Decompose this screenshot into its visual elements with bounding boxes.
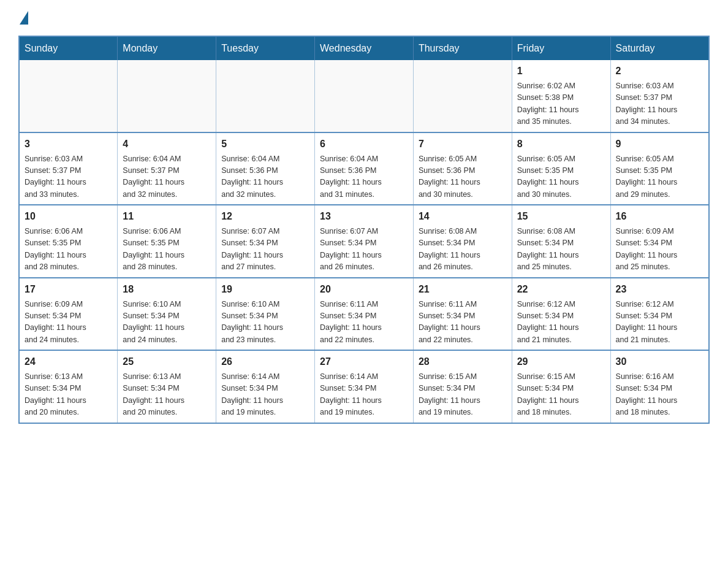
day-number: 21 xyxy=(419,282,507,297)
calendar-cell: 8Sunrise: 6:05 AM Sunset: 5:35 PM Daylig… xyxy=(512,132,610,205)
day-info: Sunrise: 6:10 AM Sunset: 5:34 PM Dayligh… xyxy=(221,299,309,347)
weekday-header-saturday: Saturday xyxy=(610,36,709,60)
day-number: 15 xyxy=(517,209,605,224)
day-info: Sunrise: 6:09 AM Sunset: 5:34 PM Dayligh… xyxy=(616,226,703,274)
weekday-header-wednesday: Wednesday xyxy=(315,36,414,60)
day-number: 26 xyxy=(221,354,309,369)
day-number: 28 xyxy=(419,354,507,369)
calendar-cell: 10Sunrise: 6:06 AM Sunset: 5:35 PM Dayli… xyxy=(19,205,118,278)
calendar-cell: 5Sunrise: 6:04 AM Sunset: 5:36 PM Daylig… xyxy=(216,132,315,205)
day-info: Sunrise: 6:05 AM Sunset: 5:35 PM Dayligh… xyxy=(517,153,605,201)
day-number: 23 xyxy=(616,282,703,297)
calendar-cell: 18Sunrise: 6:10 AM Sunset: 5:34 PM Dayli… xyxy=(118,278,216,351)
calendar-cell: 29Sunrise: 6:15 AM Sunset: 5:34 PM Dayli… xyxy=(512,350,610,423)
day-info: Sunrise: 6:08 AM Sunset: 5:34 PM Dayligh… xyxy=(419,226,507,274)
calendar-cell: 6Sunrise: 6:04 AM Sunset: 5:36 PM Daylig… xyxy=(315,132,414,205)
day-info: Sunrise: 6:04 AM Sunset: 5:37 PM Dayligh… xyxy=(123,153,211,201)
day-info: Sunrise: 6:16 AM Sunset: 5:34 PM Dayligh… xyxy=(616,371,703,419)
calendar-week-row: 10Sunrise: 6:06 AM Sunset: 5:35 PM Dayli… xyxy=(19,205,709,278)
day-number: 25 xyxy=(123,354,211,369)
calendar-cell: 25Sunrise: 6:13 AM Sunset: 5:34 PM Dayli… xyxy=(118,350,216,423)
calendar-cell: 15Sunrise: 6:08 AM Sunset: 5:34 PM Dayli… xyxy=(512,205,610,278)
weekday-header-friday: Friday xyxy=(512,36,610,60)
day-info: Sunrise: 6:11 AM Sunset: 5:34 PM Dayligh… xyxy=(419,299,507,347)
day-number: 7 xyxy=(419,137,507,151)
day-number: 9 xyxy=(616,137,703,151)
day-number: 8 xyxy=(517,137,605,151)
day-number: 3 xyxy=(25,137,112,151)
day-info: Sunrise: 6:05 AM Sunset: 5:36 PM Dayligh… xyxy=(419,153,507,201)
day-info: Sunrise: 6:10 AM Sunset: 5:34 PM Dayligh… xyxy=(123,299,211,347)
day-number: 20 xyxy=(320,282,408,297)
calendar-cell: 14Sunrise: 6:08 AM Sunset: 5:34 PM Dayli… xyxy=(413,205,512,278)
weekday-header-tuesday: Tuesday xyxy=(216,36,315,60)
day-info: Sunrise: 6:03 AM Sunset: 5:37 PM Dayligh… xyxy=(616,80,703,128)
day-number: 16 xyxy=(616,209,703,224)
day-number: 29 xyxy=(517,354,605,369)
calendar-cell: 22Sunrise: 6:12 AM Sunset: 5:34 PM Dayli… xyxy=(512,278,610,351)
day-info: Sunrise: 6:06 AM Sunset: 5:35 PM Dayligh… xyxy=(123,226,211,274)
calendar-cell xyxy=(118,60,216,132)
page-header xyxy=(18,12,710,23)
day-number: 12 xyxy=(221,209,309,224)
day-info: Sunrise: 6:08 AM Sunset: 5:34 PM Dayligh… xyxy=(517,226,605,274)
day-info: Sunrise: 6:13 AM Sunset: 5:34 PM Dayligh… xyxy=(25,371,112,419)
day-number: 18 xyxy=(123,282,211,297)
day-info: Sunrise: 6:04 AM Sunset: 5:36 PM Dayligh… xyxy=(320,153,408,201)
calendar-week-row: 17Sunrise: 6:09 AM Sunset: 5:34 PM Dayli… xyxy=(19,278,709,351)
day-info: Sunrise: 6:15 AM Sunset: 5:34 PM Dayligh… xyxy=(517,371,605,419)
day-info: Sunrise: 6:09 AM Sunset: 5:34 PM Dayligh… xyxy=(25,299,112,347)
day-number: 6 xyxy=(320,137,408,151)
day-number: 14 xyxy=(419,209,507,224)
logo-triangle-icon xyxy=(20,11,28,25)
day-number: 10 xyxy=(25,209,112,224)
calendar-week-row: 3Sunrise: 6:03 AM Sunset: 5:37 PM Daylig… xyxy=(19,132,709,205)
day-number: 30 xyxy=(616,354,703,369)
day-info: Sunrise: 6:11 AM Sunset: 5:34 PM Dayligh… xyxy=(320,299,408,347)
calendar-cell: 11Sunrise: 6:06 AM Sunset: 5:35 PM Dayli… xyxy=(118,205,216,278)
weekday-header-sunday: Sunday xyxy=(19,36,118,60)
day-number: 1 xyxy=(517,64,605,79)
logo xyxy=(18,12,28,23)
day-number: 5 xyxy=(221,137,309,151)
calendar-table: SundayMondayTuesdayWednesdayThursdayFrid… xyxy=(18,36,710,424)
calendar-cell: 3Sunrise: 6:03 AM Sunset: 5:37 PM Daylig… xyxy=(19,132,118,205)
day-number: 22 xyxy=(517,282,605,297)
calendar-cell: 19Sunrise: 6:10 AM Sunset: 5:34 PM Dayli… xyxy=(216,278,315,351)
day-info: Sunrise: 6:03 AM Sunset: 5:37 PM Dayligh… xyxy=(25,153,112,201)
calendar-cell: 1Sunrise: 6:02 AM Sunset: 5:38 PM Daylig… xyxy=(512,60,610,132)
day-number: 13 xyxy=(320,209,408,224)
calendar-cell xyxy=(413,60,512,132)
day-info: Sunrise: 6:06 AM Sunset: 5:35 PM Dayligh… xyxy=(25,226,112,274)
calendar-week-row: 1Sunrise: 6:02 AM Sunset: 5:38 PM Daylig… xyxy=(19,60,709,132)
day-info: Sunrise: 6:02 AM Sunset: 5:38 PM Dayligh… xyxy=(517,80,605,128)
calendar-cell xyxy=(19,60,118,132)
day-info: Sunrise: 6:14 AM Sunset: 5:34 PM Dayligh… xyxy=(221,371,309,419)
calendar-cell: 27Sunrise: 6:14 AM Sunset: 5:34 PM Dayli… xyxy=(315,350,414,423)
calendar-cell: 4Sunrise: 6:04 AM Sunset: 5:37 PM Daylig… xyxy=(118,132,216,205)
day-number: 11 xyxy=(123,209,211,224)
day-info: Sunrise: 6:12 AM Sunset: 5:34 PM Dayligh… xyxy=(517,299,605,347)
calendar-cell: 17Sunrise: 6:09 AM Sunset: 5:34 PM Dayli… xyxy=(19,278,118,351)
calendar-cell xyxy=(216,60,315,132)
calendar-cell: 24Sunrise: 6:13 AM Sunset: 5:34 PM Dayli… xyxy=(19,350,118,423)
day-number: 19 xyxy=(221,282,309,297)
calendar-cell: 28Sunrise: 6:15 AM Sunset: 5:34 PM Dayli… xyxy=(413,350,512,423)
calendar-cell: 13Sunrise: 6:07 AM Sunset: 5:34 PM Dayli… xyxy=(315,205,414,278)
calendar-cell: 20Sunrise: 6:11 AM Sunset: 5:34 PM Dayli… xyxy=(315,278,414,351)
day-info: Sunrise: 6:15 AM Sunset: 5:34 PM Dayligh… xyxy=(419,371,507,419)
day-number: 27 xyxy=(320,354,408,369)
day-number: 17 xyxy=(25,282,112,297)
day-info: Sunrise: 6:13 AM Sunset: 5:34 PM Dayligh… xyxy=(123,371,211,419)
calendar-cell: 21Sunrise: 6:11 AM Sunset: 5:34 PM Dayli… xyxy=(413,278,512,351)
weekday-header-monday: Monday xyxy=(118,36,216,60)
day-info: Sunrise: 6:07 AM Sunset: 5:34 PM Dayligh… xyxy=(320,226,408,274)
calendar-cell: 9Sunrise: 6:05 AM Sunset: 5:35 PM Daylig… xyxy=(610,132,709,205)
day-number: 24 xyxy=(25,354,112,369)
weekday-header-thursday: Thursday xyxy=(413,36,512,60)
calendar-header-row: SundayMondayTuesdayWednesdayThursdayFrid… xyxy=(19,36,709,60)
day-number: 2 xyxy=(616,64,703,79)
day-info: Sunrise: 6:04 AM Sunset: 5:36 PM Dayligh… xyxy=(221,153,309,201)
day-number: 4 xyxy=(123,137,211,151)
day-info: Sunrise: 6:07 AM Sunset: 5:34 PM Dayligh… xyxy=(221,226,309,274)
